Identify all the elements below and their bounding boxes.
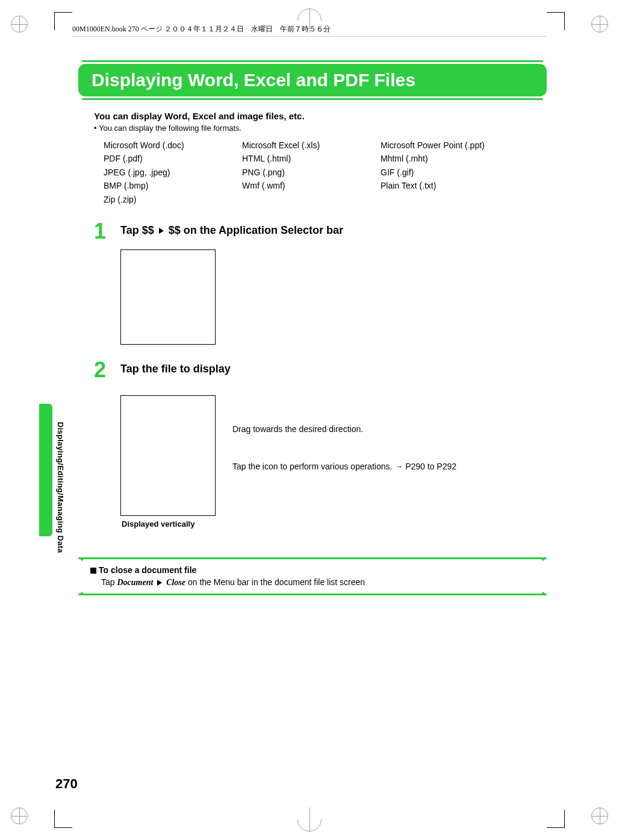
note-body: Tap Document Close on the Menu bar in th… bbox=[101, 577, 542, 588]
format-col-3: Microsoft Power Point (.ppt) Mhtml (.mht… bbox=[381, 139, 519, 206]
format-item: Wmf (.wmf) bbox=[242, 179, 381, 192]
note-close-label: Close bbox=[166, 578, 185, 587]
format-item: Microsoft Power Point (.ppt) bbox=[381, 139, 519, 152]
step-2-body: Drag towards the desired direction. Tap … bbox=[120, 388, 547, 516]
intro-bullet: • You can display the following file for… bbox=[94, 124, 547, 133]
format-item: PNG (.png) bbox=[242, 166, 381, 179]
format-item: Plain Text (.txt) bbox=[381, 179, 519, 192]
crop-mark bbox=[547, 12, 565, 30]
step-1-post: $$ on the Application Selector bar bbox=[166, 224, 343, 236]
format-list: Microsoft Word (.doc) PDF (.pdf) JPEG (.… bbox=[104, 139, 547, 206]
arrow-right-icon: → bbox=[394, 462, 403, 471]
registration-mark bbox=[591, 16, 608, 33]
side-section-label: Displaying/Editing/Managing Data bbox=[56, 422, 65, 553]
screenshot-caption: Displayed vertically bbox=[122, 519, 547, 528]
note-post: on the Menu bar in the document file lis… bbox=[185, 577, 365, 587]
step-number-1: 1 bbox=[94, 221, 120, 242]
note-box: To close a document file Tap Document Cl… bbox=[78, 553, 547, 600]
section-title: Displaying Word, Excel and PDF Files bbox=[78, 64, 547, 96]
triangle-right-icon bbox=[159, 228, 164, 234]
format-item: BMP (.bmp) bbox=[104, 179, 242, 192]
format-item: Mhtml (.mht) bbox=[381, 152, 519, 165]
note-border bbox=[78, 594, 547, 595]
page-number: 270 bbox=[55, 776, 78, 792]
note-border bbox=[78, 557, 547, 559]
screenshot-placeholder-1 bbox=[120, 249, 216, 345]
format-col-2: Microsoft Excel (.xls) HTML (.html) PNG … bbox=[242, 139, 381, 206]
format-item: HTML (.html) bbox=[242, 152, 381, 165]
registration-mark bbox=[11, 16, 28, 33]
format-item: Zip (.zip) bbox=[104, 193, 242, 206]
crop-header-text: 00M1000EN.book 270 ページ ２００４年１１月２４日 水曜日 午… bbox=[72, 24, 331, 34]
format-col-1: Microsoft Word (.doc) PDF (.pdf) JPEG (.… bbox=[104, 139, 242, 206]
crop-mark bbox=[547, 810, 565, 828]
registration-mark bbox=[11, 807, 28, 824]
annotation-tap-pre: Tap the icon to perform various operatio… bbox=[232, 462, 394, 471]
step-2-annotations: Drag towards the desired direction. Tap … bbox=[232, 388, 456, 516]
registration-mark bbox=[591, 807, 608, 824]
note-mid bbox=[153, 577, 155, 587]
note-heading-text: To close a document file bbox=[99, 565, 196, 575]
step-1-text: Tap $$ $$ on the Application Selector ba… bbox=[120, 221, 343, 242]
crop-mark bbox=[54, 810, 72, 828]
step-number-2: 2 bbox=[94, 359, 120, 381]
format-item: JPEG (.jpg, .jpeg) bbox=[104, 166, 242, 179]
note-heading: To close a document file bbox=[90, 565, 542, 575]
annotation-drag: Drag towards the desired direction. bbox=[232, 424, 456, 434]
step-1-pre: Tap $$ bbox=[120, 224, 157, 236]
side-tab bbox=[39, 404, 52, 536]
step-2: 2 Tap the file to display bbox=[94, 359, 547, 381]
header-separator bbox=[72, 36, 547, 37]
format-item: GIF (.gif) bbox=[381, 166, 519, 179]
bullet-dot: • bbox=[94, 124, 97, 133]
format-item: Microsoft Excel (.xls) bbox=[242, 139, 381, 152]
square-bullet-icon bbox=[90, 568, 96, 574]
format-item: PDF (.pdf) bbox=[104, 152, 242, 165]
screenshot-placeholder-2 bbox=[120, 395, 216, 516]
step-2-text: Tap the file to display bbox=[120, 359, 231, 381]
annotation-tap-icon: Tap the icon to perform various operatio… bbox=[232, 462, 456, 471]
format-item: Microsoft Word (.doc) bbox=[104, 139, 242, 152]
triangle-right-icon bbox=[157, 580, 162, 586]
section-banner: Displaying Word, Excel and PDF Files bbox=[78, 60, 547, 100]
intro-heading: You can display Word, Excel and image fi… bbox=[94, 111, 547, 121]
intro-bullet-text: You can display the following file forma… bbox=[99, 124, 241, 133]
registration-mark bbox=[297, 807, 322, 832]
crop-mark bbox=[54, 12, 72, 30]
note-pre: Tap bbox=[101, 577, 117, 587]
note-document-label: Document bbox=[117, 578, 153, 587]
annotation-tap-post: P290 to P292 bbox=[403, 462, 456, 471]
step-1: 1 Tap $$ $$ on the Application Selector … bbox=[94, 221, 547, 242]
